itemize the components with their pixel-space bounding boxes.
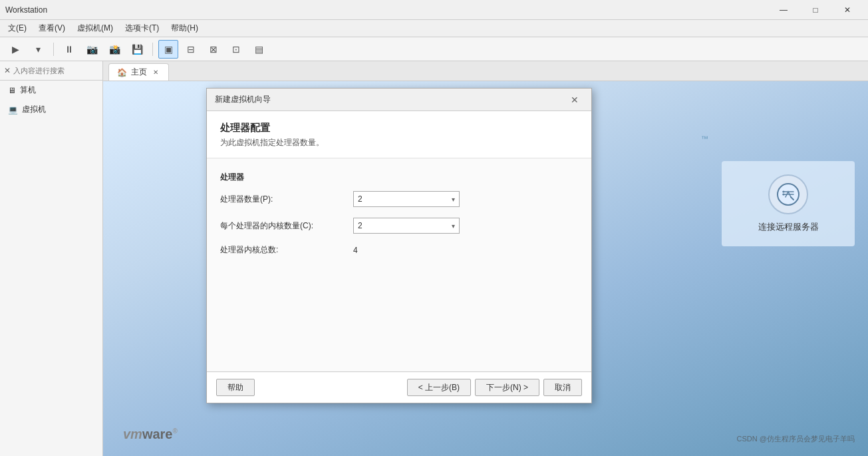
snapshot2-button[interactable]: 📸 [104, 40, 124, 59]
vmware-logo: vmware® [123, 425, 178, 443]
cores-per-processor-row: 每个处理器的内核数量(C): 2 ▾ [220, 218, 578, 234]
sidebar-close-button[interactable]: ✕ [4, 65, 11, 76]
total-cores-control: 4 [353, 246, 358, 255]
computer-icon: 🖥 [8, 86, 16, 95]
title-bar: Workstation — □ ✕ [0, 0, 868, 20]
app-title: Workstation [5, 5, 47, 15]
snapshot-button[interactable]: 📷 [82, 40, 102, 59]
view1-button[interactable]: ▣ [158, 40, 178, 59]
svg-point-2 [783, 194, 785, 196]
processor-count-label: 处理器数量(P): [220, 194, 353, 205]
window-close-button[interactable]: ✕ [832, 0, 863, 20]
play-button[interactable]: ▶ [5, 40, 25, 59]
sidebar-item-label-computer: 算机 [20, 85, 36, 96]
footer-right: < 上一步(B) 下一步(N) > 取消 [407, 379, 582, 396]
footer-left: 帮助 [216, 379, 255, 396]
cores-per-processor-control: 2 ▾ [353, 218, 460, 234]
sidebar-item-label-vm: 虚拟机 [22, 104, 46, 115]
main-layout: ✕ ▾ 🖥 算机 💻 虚拟机 🏠 主页 ✕ ™ [0, 61, 868, 456]
play-icon: ▶ [12, 44, 19, 55]
remote-server-icon [768, 174, 808, 214]
maximize-button[interactable]: □ [800, 0, 831, 20]
toolbar-divider-1 [53, 43, 54, 56]
dialog-footer: 帮助 < 上一步(B) 下一步(N) > 取消 [207, 371, 591, 403]
new-vm-dialog: 新建虚拟机向导 ✕ 处理器配置 为此虚拟机指定处理器数量。 处理器 处理器数量(… [206, 88, 592, 403]
processor-count-control: 2 ▾ [353, 191, 460, 207]
sidebar-search-bar: ✕ ▾ [0, 61, 102, 81]
tm-mark: ™ [701, 134, 708, 142]
view2-icon: ⊟ [187, 44, 195, 55]
view2-button[interactable]: ⊟ [181, 40, 201, 59]
dropdown-arrow-icon: ▾ [36, 44, 41, 55]
processor-section-label: 处理器 [220, 172, 578, 183]
sidebar-item-computer[interactable]: 🖥 算机 [0, 81, 102, 100]
tab-home-label: 主页 [131, 67, 147, 78]
total-cores-row: 处理器内核总数: 4 [220, 244, 578, 256]
menu-tab[interactable]: 选项卡(T) [120, 21, 164, 36]
processor-count-value: 2 [358, 194, 362, 204]
view4-icon: ⊡ [232, 44, 240, 55]
menu-help[interactable]: 帮助(H) [166, 21, 204, 36]
remote-server-card[interactable]: 连接远程服务器 [722, 161, 855, 246]
home-tab-icon: 🏠 [117, 68, 127, 77]
next-button[interactable]: 下一步(N) > [475, 379, 539, 396]
dialog-header-title: 处理器配置 [220, 122, 578, 134]
vmware-background: ™ 连接远程服务器 vmware® CSD [103, 81, 868, 456]
view3-button[interactable]: ⊠ [204, 40, 223, 59]
select-arrow-icon: ▾ [452, 196, 455, 203]
view1-icon: ▣ [164, 44, 173, 55]
play-dropdown-button[interactable]: ▾ [28, 40, 48, 59]
search-input[interactable] [13, 67, 105, 75]
disk-icon: 💾 [132, 44, 143, 55]
processor-count-row: 处理器数量(P): 2 ▾ [220, 191, 578, 207]
select-arrow2-icon: ▾ [452, 222, 455, 230]
cores-per-processor-label: 每个处理器的内核数量(C): [220, 220, 353, 232]
vmware-logo-suffix: ware [142, 427, 173, 441]
dialog-titlebar: 新建虚拟机向导 ✕ [207, 89, 591, 111]
view3-icon: ⊠ [210, 44, 217, 55]
total-cores-value: 4 [353, 246, 358, 255]
content-wrapper: 🏠 主页 ✕ ™ 连接远程服务器 [103, 61, 868, 456]
dialog-close-button[interactable]: ✕ [566, 91, 583, 109]
total-cores-label: 处理器内核总数: [220, 244, 353, 256]
remote-server-label: 连接远程服务器 [758, 221, 819, 233]
csdn-watermark: CSDN @仿生程序员会梦见电子羊吗 [737, 434, 855, 444]
tab-bar: 🏠 主页 ✕ [103, 61, 868, 81]
view5-icon: ▤ [255, 44, 263, 55]
svg-point-1 [783, 191, 785, 193]
pause-button[interactable]: ⏸ [59, 40, 79, 59]
vmware-logo-trademark: ® [173, 427, 178, 435]
cores-per-processor-value: 2 [358, 221, 362, 230]
toolbar: ▶ ▾ ⏸ 📷 📸 💾 ▣ ⊟ ⊠ ⊡ ▤ [0, 37, 868, 61]
prev-button[interactable]: < 上一步(B) [407, 379, 471, 396]
view4-button[interactable]: ⊡ [226, 40, 246, 59]
snapshot3-button[interactable]: 💾 [127, 40, 147, 59]
camera-icon: 📷 [86, 44, 98, 55]
cancel-button[interactable]: 取消 [543, 379, 582, 396]
processor-count-select[interactable]: 2 ▾ [353, 191, 460, 207]
view5-button[interactable]: ▤ [249, 40, 269, 59]
dialog-header: 处理器配置 为此虚拟机指定处理器数量。 [207, 111, 591, 158]
title-bar-controls: — □ ✕ [768, 0, 863, 20]
tab-home[interactable]: 🏠 主页 ✕ [108, 63, 169, 81]
toolbar-divider-2 [152, 43, 153, 56]
dialog-title: 新建虚拟机向导 [215, 94, 271, 105]
minimize-button[interactable]: — [768, 0, 799, 20]
menu-bar: 文(E) 查看(V) 虚拟机(M) 选项卡(T) 帮助(H) [0, 20, 868, 37]
dialog-header-subtitle: 为此虚拟机指定处理器数量。 [220, 137, 578, 148]
help-button[interactable]: 帮助 [216, 379, 255, 396]
title-bar-left: Workstation [5, 5, 47, 15]
menu-vm[interactable]: 虚拟机(M) [72, 21, 118, 36]
sidebar: ✕ ▾ 🖥 算机 💻 虚拟机 [0, 61, 103, 456]
sidebar-item-vm[interactable]: 💻 虚拟机 [0, 100, 102, 119]
menu-file[interactable]: 文(E) [3, 21, 32, 36]
menu-view[interactable]: 查看(V) [33, 21, 71, 36]
vm-icon: 💻 [8, 105, 18, 114]
pause-icon: ⏸ [65, 44, 74, 55]
vmware-logo-text: vm [123, 427, 142, 441]
cores-per-processor-select[interactable]: 2 ▾ [353, 218, 460, 234]
dialog-body: 处理器 处理器数量(P): 2 ▾ 每个处理器的内核数量(C) [207, 158, 591, 371]
tab-close-button[interactable]: ✕ [151, 68, 160, 77]
camera2-icon: 📸 [109, 44, 120, 55]
